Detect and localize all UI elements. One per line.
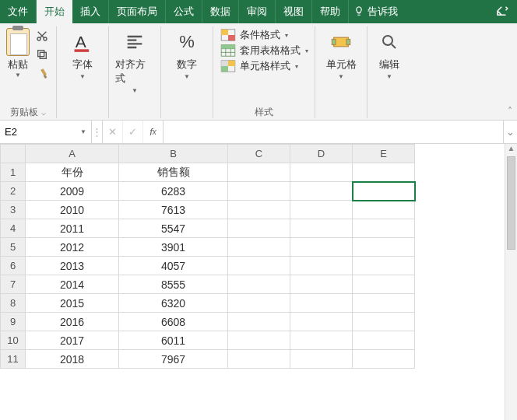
- cancel-formula-button[interactable]: ✕: [103, 121, 123, 143]
- cell[interactable]: 6283: [119, 182, 228, 201]
- cell[interactable]: 2011: [26, 219, 119, 238]
- copy-button[interactable]: [34, 47, 50, 62]
- cell[interactable]: [353, 257, 415, 275]
- row-header[interactable]: 2: [1, 182, 26, 201]
- tab-页面布局[interactable]: 页面布局: [109, 0, 166, 23]
- vertical-scrollbar[interactable]: ▲: [505, 144, 517, 420]
- accept-formula-button[interactable]: ✓: [123, 121, 143, 143]
- tab-帮助[interactable]: 帮助: [312, 0, 349, 23]
- cell[interactable]: [228, 219, 290, 238]
- cell[interactable]: [290, 257, 353, 275]
- cell[interactable]: [353, 238, 415, 257]
- cell[interactable]: 6011: [119, 331, 228, 350]
- cell[interactable]: 2009: [26, 182, 119, 201]
- chevron-down-icon[interactable]: ▼: [386, 73, 392, 80]
- cell[interactable]: [290, 331, 353, 350]
- cell[interactable]: [228, 313, 290, 331]
- tab-审阅[interactable]: 审阅: [239, 0, 276, 23]
- cell[interactable]: 2018: [26, 350, 119, 369]
- cell[interactable]: 年份: [26, 163, 119, 182]
- cell[interactable]: 2017: [26, 331, 119, 350]
- tab-插入[interactable]: 插入: [72, 0, 109, 23]
- tab-开始[interactable]: 开始: [37, 0, 72, 23]
- column-header[interactable]: B: [119, 145, 228, 163]
- row-header[interactable]: 9: [1, 313, 26, 331]
- cells-button[interactable]: 单元格 ▼: [322, 28, 360, 80]
- cell[interactable]: [353, 313, 415, 331]
- row-header[interactable]: 6: [1, 257, 26, 275]
- format-painter-button[interactable]: [34, 65, 50, 81]
- dialog-launcher-icon[interactable]: ⌵: [41, 108, 46, 117]
- cell[interactable]: 4057: [119, 257, 228, 275]
- cell[interactable]: [353, 275, 415, 294]
- editing-button[interactable]: 编辑 ▼: [374, 28, 405, 80]
- cut-button[interactable]: [34, 28, 50, 44]
- column-header[interactable]: D: [290, 145, 353, 163]
- column-header[interactable]: A: [26, 145, 119, 163]
- tab-文件[interactable]: 文件: [0, 0, 37, 23]
- row-header[interactable]: 1: [1, 163, 26, 182]
- cell[interactable]: 2015: [26, 294, 119, 313]
- font-button[interactable]: A 字体 ▼: [63, 28, 102, 80]
- row-header[interactable]: 8: [1, 294, 26, 313]
- cell[interactable]: [228, 275, 290, 294]
- cell[interactable]: 5547: [119, 219, 228, 238]
- cell[interactable]: 2014: [26, 275, 119, 294]
- cell[interactable]: [228, 201, 290, 219]
- format-as-table-button[interactable]: 套用表格格式 ▾: [220, 44, 308, 58]
- row-header[interactable]: 7: [1, 275, 26, 294]
- cell[interactable]: 7613: [119, 201, 228, 219]
- cell[interactable]: 销售额: [119, 163, 228, 182]
- chevron-down-icon[interactable]: ▼: [80, 128, 86, 135]
- cell[interactable]: 2010: [26, 201, 119, 219]
- row-header[interactable]: 11: [1, 350, 26, 369]
- cell[interactable]: [353, 182, 415, 201]
- cell[interactable]: [228, 257, 290, 275]
- cell[interactable]: [290, 238, 353, 257]
- cell[interactable]: 3901: [119, 238, 228, 257]
- name-box[interactable]: E2 ▼: [0, 121, 92, 143]
- paste-icon[interactable]: [6, 28, 30, 56]
- cell[interactable]: 6608: [119, 313, 228, 331]
- select-all-corner[interactable]: [1, 145, 26, 163]
- scroll-up-icon[interactable]: ▲: [505, 144, 517, 156]
- row-header[interactable]: 10: [1, 331, 26, 350]
- cell[interactable]: [353, 219, 415, 238]
- cell[interactable]: [228, 163, 290, 182]
- cell[interactable]: [353, 331, 415, 350]
- cell[interactable]: 2016: [26, 313, 119, 331]
- tell-me[interactable]: 告诉我: [353, 0, 398, 23]
- cell[interactable]: [290, 219, 353, 238]
- cell[interactable]: [290, 313, 353, 331]
- alignment-button[interactable]: 对齐方式 ▼: [115, 28, 154, 94]
- paste-button[interactable]: 粘贴: [8, 58, 28, 72]
- cell[interactable]: [290, 294, 353, 313]
- column-header[interactable]: C: [228, 145, 290, 163]
- chevron-down-icon[interactable]: ▼: [79, 73, 86, 80]
- cell[interactable]: [290, 163, 353, 182]
- cell-styles-button[interactable]: 单元格样式 ▾: [220, 59, 308, 73]
- cell[interactable]: 8555: [119, 275, 228, 294]
- cell[interactable]: [228, 350, 290, 369]
- row-header[interactable]: 3: [1, 201, 26, 219]
- scrollbar-thumb[interactable]: [507, 156, 515, 250]
- number-button[interactable]: % 数字 ▼: [167, 28, 206, 80]
- cell[interactable]: 7967: [119, 350, 228, 369]
- cell[interactable]: [290, 182, 353, 201]
- cell[interactable]: [290, 350, 353, 369]
- collapse-ribbon-icon[interactable]: ˄: [508, 106, 512, 117]
- chevron-down-icon[interactable]: ▾: [295, 63, 298, 70]
- chevron-down-icon[interactable]: ▼: [184, 73, 190, 80]
- share-icon[interactable]: [495, 4, 509, 21]
- tab-视图[interactable]: 视图: [276, 0, 312, 23]
- tab-公式[interactable]: 公式: [166, 0, 202, 23]
- cell[interactable]: [290, 275, 353, 294]
- tab-数据[interactable]: 数据: [202, 0, 239, 23]
- chevron-down-icon[interactable]: ▾: [305, 47, 308, 54]
- cell[interactable]: [228, 331, 290, 350]
- cell[interactable]: [290, 201, 353, 219]
- chevron-down-icon[interactable]: ▼: [132, 87, 138, 94]
- cell[interactable]: [353, 201, 415, 219]
- cell[interactable]: 2012: [26, 238, 119, 257]
- cell[interactable]: 2013: [26, 257, 119, 275]
